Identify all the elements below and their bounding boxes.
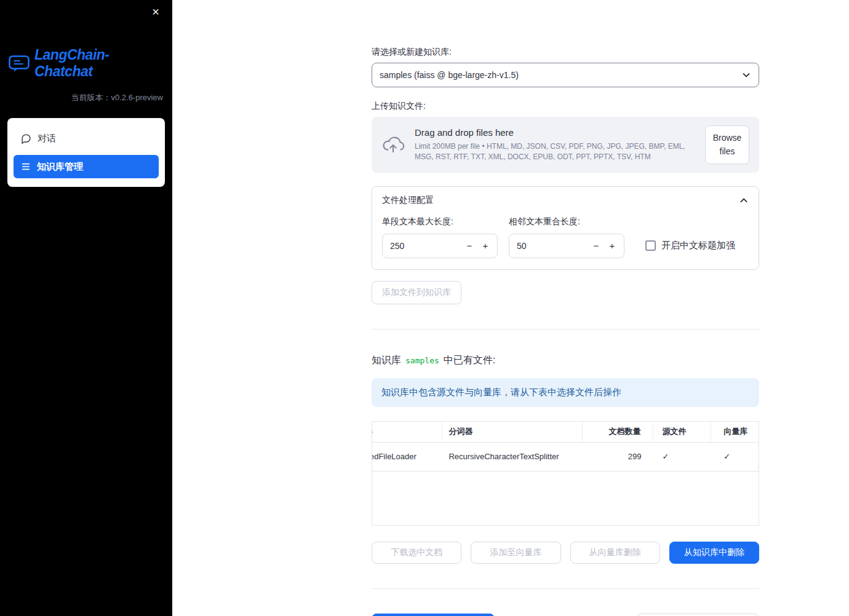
info-alert: 知识库中包含源文件与向量库，请从下表中选择文件后操作 [372,378,759,407]
sidebar-item-knowledge-base-label: 知识库管理 [37,161,83,173]
kb-select-label: 请选择或新建知识库: [372,47,759,58]
download-selected-button[interactable]: 下载选中文档 [372,542,461,564]
col-header-source-file[interactable]: 源文件 [653,422,711,442]
kb-files-suffix: 中已有文件: [444,354,495,367]
close-icon[interactable]: × [146,2,165,21]
file-config-expander: 文件处理配置 单段文本最大长度: 250 − + 相邻文 [372,186,759,270]
sidebar-nav: 对话 知识库管理 [7,118,165,187]
minus-button[interactable]: − [588,237,604,255]
checkbox-box-icon[interactable] [645,240,656,251]
dropzone-title: Drag and drop files here [415,127,695,138]
cloud-upload-icon [381,135,405,154]
chevron-down-icon [741,70,751,80]
expander-header[interactable]: 文件处理配置 [372,187,759,214]
kb-files-heading: 知识库 samples 中已有文件: [372,354,759,367]
overlap-length-label: 相邻文本重合长度: [509,216,624,227]
upload-label: 上传知识文件: [372,101,759,112]
app-logo: LangChain-Chatchat [7,47,165,80]
minus-button[interactable]: − [461,237,477,255]
overlap-length-value: 50 [517,241,588,251]
cell-loader: UnstructuredFileLoader [372,443,442,471]
list-icon [21,162,31,172]
sidebar-item-chat[interactable]: 对话 [14,127,159,150]
file-dropzone[interactable]: Drag and drop files here Limit 200MB per… [372,117,759,173]
app-title: LangChain-Chatchat [34,47,165,80]
version-label: 当前版本：v0.2.6-preview [7,92,165,103]
divider [372,588,759,589]
divider [372,329,759,330]
main-area: 请选择或新建知识库: samples (faiss @ bge-large-zh… [172,0,849,616]
sidebar-item-knowledge-base[interactable]: 知识库管理 [14,155,159,178]
kb-select[interactable]: samples (faiss @ bge-large-zh-v1.5) [372,63,759,87]
kb-files-prefix: 知识库 [372,354,401,367]
chat-logo-icon [9,55,30,72]
cell-splitter: RecursiveCharacterTextSplitter [442,443,582,471]
cell-source-check: ✓ [653,443,711,471]
browse-files-button[interactable]: Browse files [705,125,749,164]
col-header-splitter[interactable]: 分词器 [442,422,582,442]
overlap-length-stepper[interactable]: 50 − + [509,234,624,258]
max-length-stepper[interactable]: 250 − + [382,234,498,258]
kb-bottom-actions: 依据源文件重建向量库 删除知识库 [372,614,759,616]
chat-bubble-icon [21,133,31,144]
kb-select-value: samples (faiss @ bge-large-zh-v1.5) [380,70,519,80]
rebuild-vector-store-button[interactable]: 依据源文件重建向量库 [372,614,495,616]
kb-name-code: samples [405,356,439,365]
file-actions-row: 下载选中文档 添加至向量库 从向量库删除 从知识库中删除 [372,542,759,564]
table-header-row: 文档加载器 分词器 文档数量 源文件 向量库 [372,422,759,443]
col-header-loader[interactable]: 文档加载器 [372,422,442,442]
zh-title-enhance-checkbox[interactable]: 开启中文标题加强 [645,240,735,251]
cell-vector-check: ✓ [711,443,759,471]
plus-button[interactable]: + [604,237,620,255]
plus-button[interactable]: + [477,237,493,255]
checkbox-label: 开启中文标题加强 [661,240,735,251]
col-header-doc-count[interactable]: 文档数量 [583,422,654,442]
col-header-vector-store[interactable]: 向量库 [711,422,759,442]
dropzone-limits: Limit 200MB per file • HTML, MD, JSON, C… [415,141,695,163]
chevron-up-icon [739,195,749,205]
add-to-vector-store-button[interactable]: 添加至向量库 [471,542,560,564]
files-table[interactable]: 文档加载器 分词器 文档数量 源文件 向量库 UnstructuredFileL… [372,421,759,526]
sidebar: × LangChain-Chatchat 当前版本：v0.2.6-preview… [0,0,172,616]
add-files-to-kb-button[interactable]: 添加文件到知识库 [372,281,461,304]
max-length-value: 250 [390,241,461,251]
expander-title: 文件处理配置 [382,195,434,206]
cell-doc-count: 299 [583,443,654,471]
delete-from-kb-button[interactable]: 从知识库中删除 [669,542,759,564]
delete-kb-button[interactable]: 删除知识库 [636,614,759,616]
sidebar-item-chat-label: 对话 [38,133,56,144]
table-row[interactable]: UnstructuredFileLoader RecursiveCharacte… [372,443,759,472]
max-length-label: 单段文本最大长度: [382,216,498,227]
delete-from-vector-store-button[interactable]: 从向量库删除 [570,542,660,564]
expander-body: 单段文本最大长度: 250 − + 相邻文本重合长度: 50 − + [372,214,759,269]
